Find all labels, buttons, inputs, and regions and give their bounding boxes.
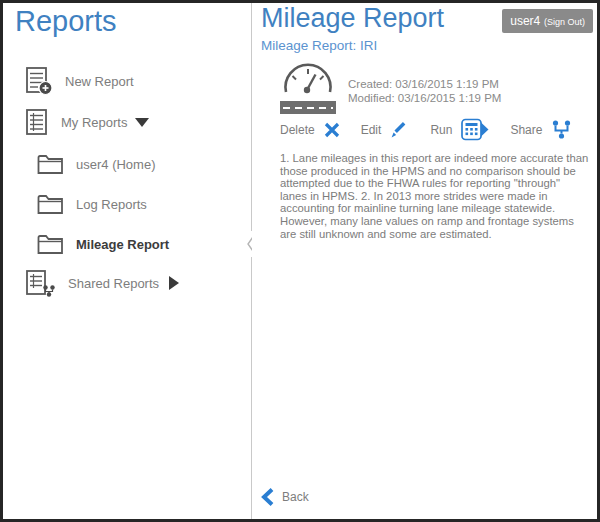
- report-description: 1. Lane mileages in this report are inde…: [280, 152, 590, 240]
- sidebar-item-user4-home[interactable]: user4 (Home): [37, 148, 155, 180]
- expand-arrow-icon[interactable]: [169, 276, 179, 290]
- sidebar-item-new-report[interactable]: New Report: [25, 65, 134, 97]
- sidebar-item-label: Mileage Report: [76, 237, 169, 252]
- new-report-icon: [25, 66, 53, 96]
- action-toolbar: Delete Edit: [280, 118, 572, 141]
- app-window: Reports New Report: [0, 0, 600, 522]
- chevron-back-icon: [261, 488, 274, 506]
- sidebar-item-label: New Report: [65, 74, 134, 89]
- edit-pencil-icon: [390, 120, 409, 139]
- share-button[interactable]: Share: [510, 119, 572, 140]
- run-button[interactable]: Run: [430, 118, 489, 141]
- my-reports-icon: [25, 108, 49, 136]
- main-panel: Mileage Report Mileage Report: IRI user4…: [252, 3, 597, 519]
- sidebar-item-label: My Reports: [61, 115, 127, 130]
- shared-reports-icon: [25, 269, 56, 298]
- sidebar-item-label: Log Reports: [76, 197, 147, 212]
- edit-label: Edit: [361, 123, 382, 137]
- modified-date: Modified: 03/16/2015 1:19 PM: [348, 91, 501, 105]
- page-subtitle: Mileage Report: IRI: [261, 38, 377, 53]
- sign-out-label: (Sign Out): [544, 17, 585, 27]
- collapse-arrow-icon[interactable]: [135, 118, 149, 127]
- share-label: Share: [510, 123, 542, 137]
- back-label: Back: [282, 490, 309, 504]
- sign-out-button[interactable]: user4 (Sign Out): [502, 9, 593, 33]
- back-button[interactable]: Back: [261, 488, 309, 506]
- username-label: user4: [510, 14, 540, 28]
- folder-icon: [37, 234, 64, 255]
- report-dates: Created: 03/16/2015 1:19 PM Modified: 03…: [348, 63, 501, 114]
- folder-icon: [37, 194, 64, 215]
- folder-icon: [37, 154, 64, 175]
- road-icon: [280, 101, 336, 114]
- mileage-report-type-icon: [280, 63, 338, 114]
- edit-button[interactable]: Edit: [361, 120, 410, 139]
- delete-label: Delete: [280, 123, 315, 137]
- sidebar: Reports New Report: [3, 3, 248, 519]
- sidebar-item-label: user4 (Home): [76, 157, 155, 172]
- sidebar-item-shared-reports[interactable]: Shared Reports: [25, 267, 179, 299]
- sidebar-item-log-reports[interactable]: Log Reports: [37, 188, 147, 220]
- sidebar-title: Reports: [15, 5, 117, 38]
- sidebar-item-mileage-report[interactable]: Mileage Report: [37, 228, 169, 260]
- sidebar-item-label: Shared Reports: [68, 276, 159, 291]
- delete-button[interactable]: Delete: [280, 122, 340, 138]
- created-date: Created: 03/16/2015 1:19 PM: [348, 77, 501, 91]
- delete-x-icon: [324, 122, 340, 138]
- speedometer-icon: [280, 63, 336, 95]
- share-icon: [551, 119, 572, 140]
- sidebar-item-my-reports[interactable]: My Reports: [25, 106, 149, 138]
- run-icon: [461, 118, 489, 141]
- run-label: Run: [430, 123, 452, 137]
- report-meta: Created: 03/16/2015 1:19 PM Modified: 03…: [280, 63, 501, 114]
- page-title: Mileage Report: [261, 3, 444, 34]
